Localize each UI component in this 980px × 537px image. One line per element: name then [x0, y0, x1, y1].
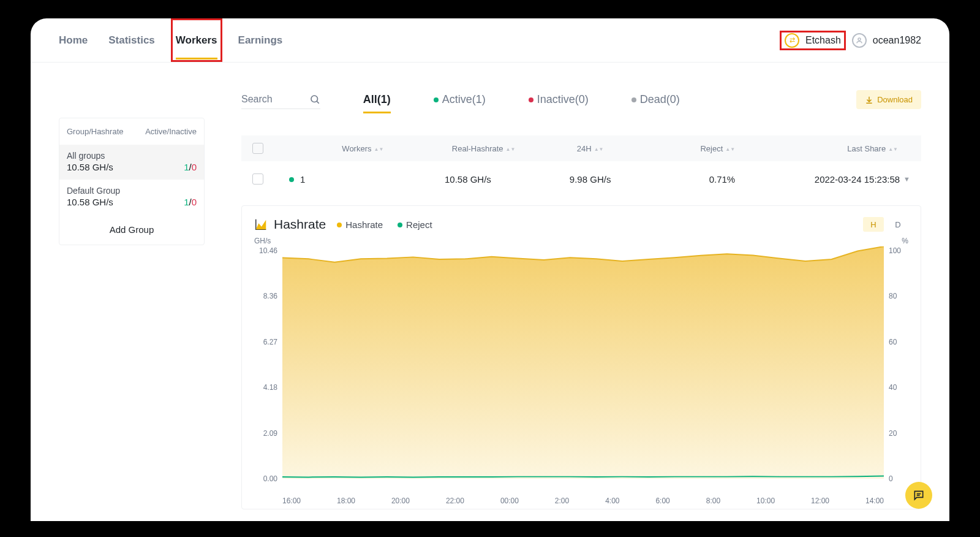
table-row[interactable]: 1 10.58 GH/s 9.98 GH/s 0.71% 2022-03-24 … [241, 161, 921, 197]
coin-icon: ⇄ [785, 33, 799, 48]
nav-earnings[interactable]: Earnings [238, 18, 283, 62]
account-selector[interactable]: ocean1982 [852, 33, 921, 48]
row-checkbox[interactable] [252, 173, 263, 185]
chart-plot-area[interactable] [282, 246, 884, 494]
add-group-button[interactable]: Add Group [59, 215, 204, 245]
cell-reject: 0.71% [647, 174, 760, 185]
y-axis-left: 10.468.366.274.182.090.00 [254, 246, 282, 494]
nav-home[interactable]: Home [59, 18, 88, 62]
search-input[interactable]: Search [241, 90, 320, 109]
search-icon [309, 94, 320, 105]
y-axis-unit-right: % [902, 237, 908, 245]
y-axis-right: 100806040200 [884, 246, 908, 494]
chart-icon [254, 218, 268, 231]
filter-tab-inactive[interactable]: Inactive(0) [529, 90, 589, 110]
chat-fab[interactable] [905, 482, 932, 509]
nav-workers[interactable]: Workers [176, 21, 217, 59]
group-row-default[interactable]: Default Group 10.58 GH/s 1/0 [59, 180, 204, 215]
sidebar-head-left: Group/Hashrate [67, 127, 124, 136]
toggle-day[interactable]: D [888, 217, 908, 232]
col-real-hashrate[interactable]: Real-Hashrate▲▼ [402, 144, 533, 153]
nav-statistics[interactable]: Statistics [108, 18, 155, 62]
group-row-all[interactable]: All groups 10.58 GH/s 1/0 [59, 145, 204, 180]
cell-worker: 1 [300, 174, 305, 185]
col-24h[interactable]: 24H▲▼ [533, 144, 646, 153]
cell-last-share[interactable]: 2022-03-24 15:23:58▼ [760, 174, 910, 185]
filter-tab-active[interactable]: Active(1) [434, 90, 486, 110]
chat-icon [913, 489, 925, 501]
group-sidebar: Group/Hashrate Active/Inactive All group… [59, 90, 205, 509]
sidebar-head-right: Active/Inactive [145, 127, 197, 136]
account-label: ocean1982 [873, 35, 921, 46]
col-last-share[interactable]: Last Share▲▼ [760, 144, 910, 153]
user-icon [852, 33, 867, 48]
chart-title: Hashrate [274, 217, 326, 232]
toggle-hour[interactable]: H [863, 217, 884, 232]
chevron-down-icon: ▼ [903, 175, 910, 183]
col-workers[interactable]: Workers▲▼ [289, 144, 402, 153]
x-axis: 16:0018:0020:0022:0000:002:004:006:008:0… [282, 494, 884, 505]
download-button[interactable]: Download [856, 90, 921, 109]
hashrate-chart: Hashrate Hashrate Reject H D GH/s % [241, 205, 921, 509]
cell-real: 10.58 GH/s [402, 174, 533, 185]
timeframe-toggle: H D [863, 217, 908, 232]
filter-tab-all[interactable]: All(1) [363, 90, 391, 110]
cell-24h: 9.98 GH/s [533, 174, 646, 185]
svg-line-2 [317, 101, 318, 103]
download-icon [865, 96, 873, 104]
filter-tab-dead[interactable]: Dead(0) [631, 90, 680, 110]
col-reject[interactable]: Reject▲▼ [647, 144, 760, 153]
select-all-checkbox[interactable] [252, 143, 263, 154]
legend-hashrate: Hashrate [337, 219, 383, 230]
coin-selector[interactable]: ⇄ Etchash [785, 33, 841, 48]
svg-point-0 [858, 38, 861, 40]
svg-point-1 [311, 96, 318, 102]
workers-table: Workers▲▼ Real-Hashrate▲▼ 24H▲▼ Reject▲▼… [241, 135, 921, 197]
y-axis-unit-left: GH/s [254, 237, 271, 245]
top-nav: Home Statistics Workers Earnings [59, 18, 282, 62]
legend-reject: Reject [398, 219, 432, 230]
coin-label: Etchash [805, 35, 841, 46]
